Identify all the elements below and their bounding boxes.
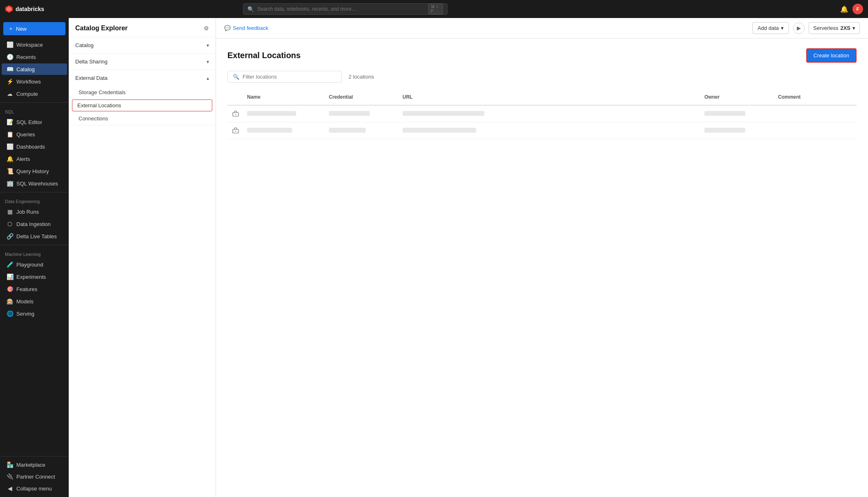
sidebar-item-compute[interactable]: ☁ Compute [2,88,67,99]
filter-input-container[interactable]: 🔍 [227,71,342,83]
sidebar-item-models[interactable]: 🎰 Models [2,296,67,307]
col-header-name: Name [244,93,326,102]
sidebar-label-dashboards: Dashboards [16,144,45,150]
partner-connect-icon: 🔌 [7,473,13,480]
row2-comment [775,127,857,134]
sidebar-item-sql-editor[interactable]: 📝 SQL Editor [2,116,67,128]
sidebar-label-marketplace: Marketplace [16,462,45,468]
app-logo[interactable]: databricks [5,5,44,13]
delta-sharing-header[interactable]: Delta Sharing ▾ [69,54,216,70]
sidebar-label-features: Features [16,286,37,292]
main-layout: ＋ New ⬜ Workspace 🕒 Recents 📖 Catalog ⚡ … [0,18,868,497]
plus-icon: ＋ [8,25,13,32]
external-data-header[interactable]: External Data ▴ [69,70,216,86]
create-location-button[interactable]: Create location [806,48,857,63]
sidebar-item-features[interactable]: 🎯 Features [2,283,67,295]
external-data-section: External Data ▴ Storage Credentials Exte… [69,70,216,125]
sidebar-item-data-ingestion[interactable]: ⬡ Data Ingestion [2,218,67,230]
sidebar-label-query-history: Query History [16,168,49,174]
sidebar-item-experiments[interactable]: 📊 Experiments [2,271,67,282]
sidebar-item-query-history[interactable]: 📜 Query History [2,165,67,177]
sidebar-item-collapse-menu[interactable]: ◀ Collapse menu [2,483,67,494]
storage-credentials-item[interactable]: Storage Credentials [69,86,216,99]
table-row[interactable] [227,122,857,139]
table-row[interactable] [227,106,857,122]
sidebar-label-collapse: Collapse menu [16,486,52,492]
search-input[interactable] [257,6,425,12]
sidebar-label-sql-warehouses: SQL Warehouses [16,181,58,187]
sidebar-label-data-ingestion: Data Ingestion [16,221,51,227]
gear-icon[interactable]: ⚙ [204,25,209,32]
new-button[interactable]: ＋ New [3,22,65,35]
machine-learning-section-label: Machine Learning [0,248,69,258]
delta-sharing-section: Delta Sharing ▾ [69,54,216,70]
filter-locations-input[interactable] [243,74,337,80]
secondary-sidebar: Catalog Explorer ⚙ Catalog ▾ Delta Shari… [69,18,216,497]
page-content: External Locations Create location 🔍 2 l… [216,38,868,497]
playground-icon: 🧪 [7,261,13,268]
add-data-chevron-icon: ▾ [781,25,784,31]
send-feedback-label: Send feedback [233,25,268,31]
run-icon: ▶ [797,25,801,31]
sidebar: ＋ New ⬜ Workspace 🕒 Recents 📖 Catalog ⚡ … [0,18,69,497]
send-feedback-link[interactable]: 💬 Send feedback [224,25,268,31]
sidebar-label-experiments: Experiments [16,274,46,280]
serverless-button[interactable]: Serverless 2XS ▾ [809,22,860,34]
serving-icon: 🌐 [7,310,13,317]
sidebar-item-sql-warehouses[interactable]: 🏢 SQL Warehouses [2,178,67,189]
marketplace-icon: 🏪 [7,461,13,468]
sql-warehouses-icon: 🏢 [7,180,13,187]
row2-url [399,124,701,137]
table-header: Name Credential URL Owner Comment [227,89,857,106]
external-locations-table: Name Credential URL Owner Comment [227,89,857,139]
sidebar-label-job-runs: Job Runs [16,209,39,215]
sidebar-item-job-runs[interactable]: ▦ Job Runs [2,206,67,217]
add-data-button[interactable]: Add data ▾ [752,22,789,34]
experiments-icon: 📊 [7,273,13,280]
catalog-section-header[interactable]: Catalog ▾ [69,37,216,53]
sidebar-item-queries[interactable]: 📋 Queries [2,129,67,140]
recents-icon: 🕒 [7,54,13,60]
data-engineering-section-label: Data Engineering [0,195,69,206]
external-data-chevron-icon: ▴ [207,75,209,81]
sidebar-label-partner-connect: Partner Connect [16,474,55,480]
avatar[interactable]: F [852,4,863,14]
sidebar-item-playground[interactable]: 🧪 Playground [2,259,67,270]
sidebar-item-catalog[interactable]: 📖 Catalog [2,63,67,75]
dashboards-icon: ⬜ [7,143,13,150]
sidebar-label-sql-editor: SQL Editor [16,119,42,125]
main-header-left: 💬 Send feedback [224,25,268,31]
query-history-icon: 📜 [7,168,13,174]
notification-icon[interactable]: 🔔 [840,5,848,13]
svg-point-5 [235,131,236,132]
sidebar-item-recents[interactable]: 🕒 Recents [2,51,67,63]
sidebar-bottom: 🏪 Marketplace 🔌 Partner Connect ◀ Collap… [0,454,69,495]
feedback-icon: 💬 [224,25,231,31]
catalog-section: Catalog ▾ [69,37,216,54]
sidebar-item-serving[interactable]: 🌐 Serving [2,308,67,319]
row1-comment [775,111,857,117]
sidebar-item-workspace[interactable]: ⬜ Workspace [2,39,67,50]
job-runs-icon: ▦ [7,208,13,215]
topbar: databricks 🔍 ⌘ + P 🔔 F [0,0,868,18]
models-icon: 🎰 [7,298,13,305]
row1-credential [326,108,399,120]
main-toolbar: 💬 Send feedback Add data ▾ ▶ Serverless … [216,18,868,38]
workflows-icon: ⚡ [7,78,13,85]
sidebar-item-dashboards[interactable]: ⬜ Dashboards [2,141,67,152]
sidebar-item-partner-connect[interactable]: 🔌 Partner Connect [2,471,67,482]
sidebar-item-alerts[interactable]: 🔔 Alerts [2,153,67,165]
data-ingestion-icon: ⬡ [7,221,13,227]
run-button[interactable]: ▶ [793,23,805,34]
sidebar-item-marketplace[interactable]: 🏪 Marketplace [2,459,67,470]
search-icon: 🔍 [247,6,254,12]
external-locations-item[interactable]: External Locations [72,99,212,111]
sidebar-item-delta-live-tables[interactable]: 🔗 Delta Live Tables [2,230,67,242]
connections-item[interactable]: Connections [69,112,216,125]
page-title-row: External Locations Create location [227,48,857,63]
main-header-right: Add data ▾ ▶ Serverless 2XS ▾ [752,22,860,34]
sidebar-item-workflows[interactable]: ⚡ Workflows [2,76,67,87]
delta-sharing-label: Delta Sharing [75,59,108,65]
external-data-items: Storage Credentials External Locations C… [69,86,216,125]
search-bar[interactable]: 🔍 ⌘ + P [243,3,447,15]
